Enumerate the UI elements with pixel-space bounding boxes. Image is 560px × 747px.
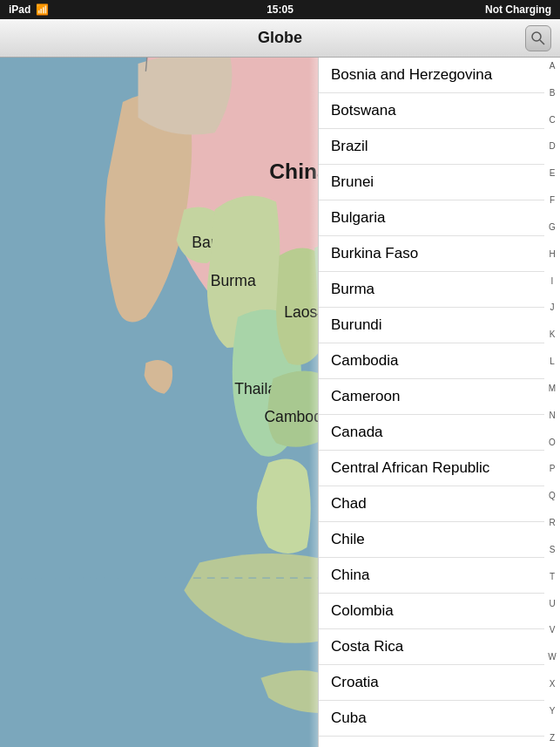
list-panel: Bosnia and HerzegovinaBotswanaBrazilBrun… <box>318 58 560 747</box>
alpha-letter-z[interactable]: Z <box>550 733 555 744</box>
list-item[interactable]: Chile <box>319 522 544 558</box>
alpha-letter-m[interactable]: M <box>549 384 556 394</box>
list-content[interactable]: Bosnia and HerzegovinaBotswanaBrazilBrun… <box>319 58 544 747</box>
list-item[interactable]: Cameroon <box>319 379 544 415</box>
alpha-index[interactable]: ABCDEFGHIJKLMNOPQRSTUVWXYZ <box>544 58 560 747</box>
alpha-letter-h[interactable]: H <box>549 249 555 260</box>
status-bar: iPad 📶 15:05 Not Charging <box>0 0 560 19</box>
alpha-letter-u[interactable]: U <box>549 599 555 609</box>
alpha-letter-d[interactable]: D <box>549 141 555 152</box>
list-item[interactable]: Canada <box>319 415 544 451</box>
search-icon <box>531 31 545 45</box>
alpha-letter-x[interactable]: X <box>550 679 556 689</box>
list-item[interactable]: Cyprus <box>319 737 544 747</box>
list-item[interactable]: Croatia <box>319 665 544 701</box>
alpha-letter-t[interactable]: T <box>550 572 555 582</box>
list-item[interactable]: Chad <box>319 486 544 522</box>
alpha-letter-c[interactable]: C <box>549 115 555 126</box>
alpha-letter-o[interactable]: O <box>549 438 556 448</box>
alpha-letter-j[interactable]: J <box>550 302 555 313</box>
list-item[interactable]: Brunei <box>319 165 544 200</box>
svg-text:Laos: Laos <box>284 303 317 321</box>
alpha-letter-p[interactable]: P <box>550 464 556 474</box>
alpha-letter-s[interactable]: S <box>550 545 556 555</box>
alpha-letter-i[interactable]: I <box>551 276 554 287</box>
svg-line-1 <box>540 40 544 44</box>
list-item[interactable]: Burma <box>319 272 544 308</box>
list-item[interactable]: Burundi <box>319 308 544 343</box>
list-item[interactable]: Cuba <box>319 701 544 737</box>
alpha-letter-v[interactable]: V <box>550 625 556 635</box>
list-item[interactable]: Bosnia and Herzegovina <box>319 58 544 93</box>
svg-point-0 <box>532 32 541 41</box>
list-item[interactable]: Botswana <box>319 93 544 129</box>
nav-bar: Globe <box>0 19 560 58</box>
alpha-letter-e[interactable]: E <box>550 168 556 179</box>
list-item[interactable]: Bulgaria <box>319 200 544 236</box>
alpha-letter-g[interactable]: G <box>549 222 556 233</box>
alpha-letter-n[interactable]: N <box>549 411 555 421</box>
list-item[interactable]: Costa Rica <box>319 629 544 665</box>
device-name: iPad <box>9 3 30 16</box>
svg-text:Burma: Burma <box>211 272 256 289</box>
list-item[interactable]: Cambodia <box>319 343 544 379</box>
alpha-letter-f[interactable]: F <box>550 195 555 206</box>
alpha-letter-a[interactable]: A <box>550 61 556 71</box>
status-left: iPad 📶 <box>9 3 49 16</box>
list-item[interactable]: Colombia <box>319 594 544 629</box>
alpha-letter-r[interactable]: R <box>549 518 555 528</box>
search-button[interactable] <box>525 25 551 51</box>
page-title: Globe <box>258 29 302 47</box>
alpha-letter-w[interactable]: W <box>548 652 556 662</box>
alpha-letter-q[interactable]: Q <box>549 491 556 501</box>
list-item[interactable]: China <box>319 558 544 594</box>
alpha-letter-y[interactable]: Y <box>550 706 556 716</box>
status-time: 15:05 <box>267 3 293 16</box>
list-item[interactable]: Central African Republic <box>319 451 544 486</box>
alpha-letter-b[interactable]: B <box>550 88 556 98</box>
wifi-icon: 📶 <box>36 3 49 16</box>
battery-status: Not Charging <box>485 3 551 16</box>
alpha-letter-l[interactable]: L <box>550 357 555 367</box>
alpha-letter-k[interactable]: K <box>550 329 556 340</box>
list-item[interactable]: Burkina Faso <box>319 236 544 272</box>
list-item[interactable]: Brazil <box>319 129 544 165</box>
